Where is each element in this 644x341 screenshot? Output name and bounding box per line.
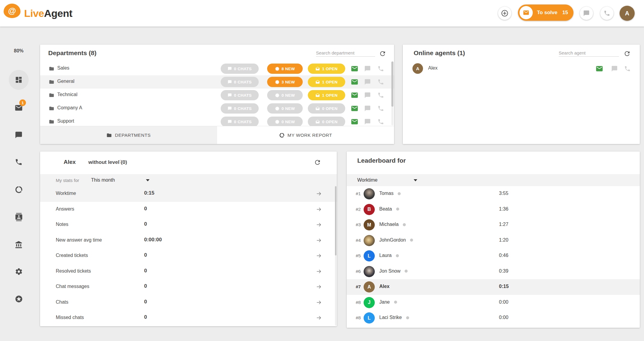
stats-scrollbar-thumb[interactable] — [335, 186, 336, 255]
sidebar-item-chats[interactable] — [0, 131, 37, 139]
email-department-button[interactable] — [351, 91, 358, 99]
stat-row[interactable]: Worktime 0:15 — [40, 186, 337, 202]
mail-icon — [351, 78, 358, 86]
online-agents-list: A Alex — [403, 62, 640, 75]
arrow-right-icon[interactable] — [316, 206, 322, 212]
leaderboard-row[interactable]: #5 L Laura 0:46 — [347, 248, 640, 264]
leaderboard-row[interactable]: #8 J Jane 0:00 — [347, 295, 640, 311]
sidebar-item-companies[interactable] — [0, 241, 37, 249]
stat-value: 0 — [144, 299, 147, 305]
stat-row[interactable]: Created tickets 0 — [40, 248, 337, 264]
help-question-mark[interactable]: ? — [119, 159, 122, 165]
stat-row[interactable]: Notes 0 — [40, 217, 337, 233]
chat-department-button[interactable] — [364, 79, 371, 85]
call-department-button[interactable] — [377, 118, 384, 125]
leaderboard-row[interactable]: #6 Jon Snow 0:39 — [347, 264, 640, 280]
new-tickets-text: 0 NEW — [282, 93, 295, 98]
arrow-right-icon[interactable] — [316, 222, 322, 228]
arrow-right-icon[interactable] — [316, 191, 322, 197]
chat-department-button[interactable] — [364, 65, 371, 72]
chevron-down-icon[interactable] — [414, 179, 417, 181]
email-department-button[interactable] — [351, 118, 358, 126]
email-department-button[interactable] — [351, 65, 358, 73]
call-agent-button[interactable] — [624, 65, 631, 72]
leaderboard-name-text: Jon Snow — [379, 268, 400, 274]
to-solve-mail-disc — [519, 6, 533, 19]
leaderboard-row[interactable]: #4 JohnGordon 1:20 — [347, 233, 640, 249]
chat-agent-button[interactable] — [611, 65, 618, 72]
leaderboard-row[interactable]: #8 L Laci Strike 0:00 — [347, 310, 640, 326]
agent-row[interactable]: A Alex — [403, 62, 640, 75]
open-tickets-text: 1 OPEN — [322, 67, 337, 71]
leaderboard-name: Laci Strike — [379, 315, 409, 320]
sidebar-item-contacts[interactable] — [0, 213, 37, 221]
tab-my-work-report[interactable]: MY WORK REPORT — [217, 126, 394, 144]
leaderboard-value: 1:27 — [499, 222, 508, 227]
arrow-right-icon[interactable] — [316, 268, 322, 274]
leaderboard-row[interactable]: #2 B Beata 1:36 — [347, 202, 640, 217]
call-department-button[interactable] — [377, 79, 384, 85]
chevron-down-icon[interactable] — [146, 179, 150, 181]
arrow-right-icon[interactable] — [316, 284, 322, 290]
department-row[interactable]: Sales 0 CHATS 8 NEW 1 OPEN — [40, 62, 394, 75]
folder-icon — [49, 119, 54, 124]
sidebar-item-tickets[interactable]: 1 — [0, 104, 37, 112]
email-department-button[interactable] — [351, 78, 358, 86]
chats-count-text: 0 CHATS — [234, 93, 252, 98]
online-agents-title: Online agents (1) — [414, 49, 465, 57]
refresh-stats-button[interactable] — [314, 159, 321, 166]
leaderboard-row[interactable]: #3 M Michaela 1:27 — [347, 217, 640, 233]
folder-icon — [49, 92, 54, 98]
stat-value: 0 — [144, 206, 147, 212]
work-report-icon — [279, 133, 285, 138]
sidebar-item-settings[interactable] — [0, 267, 37, 276]
chat-department-button[interactable] — [364, 92, 371, 99]
stat-row[interactable]: Missed chats 0 — [40, 310, 337, 326]
calls-button[interactable] — [600, 7, 614, 20]
stat-row[interactable]: Chats 0 — [40, 295, 337, 311]
user-avatar[interactable]: A — [620, 6, 635, 21]
email-department-button[interactable] — [351, 105, 358, 112]
search-agent-input[interactable] — [559, 49, 619, 57]
stats-period-dropdown[interactable]: This month — [91, 177, 115, 183]
to-solve-button[interactable]: To solve 15 — [518, 5, 573, 21]
leaderboard-value: 0:39 — [499, 268, 508, 274]
search-department-input[interactable] — [316, 49, 375, 57]
stat-row[interactable]: Chat messages 0 — [40, 279, 337, 295]
leaderboard-metric-dropdown[interactable]: Worktime — [357, 177, 377, 183]
chat-department-button[interactable] — [364, 118, 371, 125]
arrow-right-icon[interactable] — [316, 315, 322, 321]
email-agent-button[interactable] — [595, 65, 603, 73]
department-row[interactable]: General 0 CHATS 3 NEW 1 OPEN — [40, 75, 394, 89]
arrow-right-icon[interactable] — [316, 253, 322, 259]
refresh-departments-button[interactable] — [379, 50, 386, 57]
add-button[interactable] — [498, 7, 511, 20]
phone-icon — [377, 79, 384, 85]
sidebar-item-rewards[interactable] — [0, 295, 37, 303]
refresh-agents-button[interactable] — [623, 50, 631, 57]
call-department-button[interactable] — [377, 105, 384, 112]
sidebar-item-calls[interactable] — [0, 158, 37, 166]
call-department-button[interactable] — [377, 65, 384, 72]
stat-row[interactable]: Answers 0 — [40, 202, 337, 217]
department-row[interactable]: Technical 0 CHATS 0 NEW 1 OPEN — [40, 89, 394, 102]
chat-department-button[interactable] — [364, 105, 371, 112]
leaderboard-avatar — [364, 235, 375, 246]
leaderboard-avatar-initial: B — [368, 207, 371, 212]
sidebar-item-work-report[interactable] — [0, 186, 37, 194]
leaderboard-row[interactable]: #7 A Alex 0:15 — [347, 279, 640, 295]
tab-departments[interactable]: DEPARTMENTS — [40, 126, 217, 144]
leaderboard-row[interactable]: #1 Tomas 3:55 — [347, 186, 640, 202]
leaderboard-name: Tomas — [379, 191, 401, 196]
stat-row[interactable]: New answer avg time 0:00:00 — [40, 233, 337, 249]
department-row[interactable]: Company A 0 CHATS 0 NEW 0 OPEN — [40, 102, 394, 115]
departments-scrollbar-thumb[interactable] — [391, 61, 393, 107]
chats-button[interactable] — [580, 7, 593, 20]
call-department-button[interactable] — [377, 92, 384, 99]
agent-name: Alex — [428, 65, 437, 71]
arrow-right-icon[interactable] — [316, 299, 322, 305]
folder-icon — [106, 133, 112, 138]
sidebar-item-dashboard[interactable] — [0, 76, 37, 84]
arrow-right-icon[interactable] — [316, 237, 322, 243]
stat-row[interactable]: Resolved tickets 0 — [40, 264, 337, 280]
